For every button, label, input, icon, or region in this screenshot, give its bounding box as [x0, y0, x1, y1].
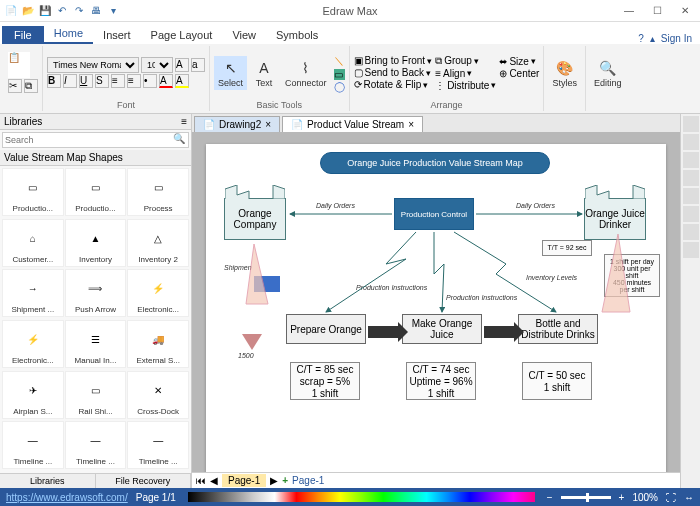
rect-tool-icon[interactable]: ▭ — [334, 69, 345, 80]
qat-open-icon[interactable]: 📂 — [21, 4, 35, 18]
underline-icon[interactable]: U — [79, 74, 93, 88]
italic-icon[interactable]: I — [63, 74, 77, 88]
zoom-slider[interactable] — [561, 496, 611, 499]
group-icon[interactable]: ⧉ — [435, 55, 442, 67]
qat-save-icon[interactable]: 💾 — [38, 4, 52, 18]
shape-item[interactable]: ▭Process — [127, 168, 189, 216]
page-nav-first-icon[interactable]: ⏮ — [196, 475, 206, 486]
rt-fill-icon[interactable] — [683, 116, 699, 132]
customer-node[interactable]: Orange Juice Drinker — [584, 198, 646, 240]
font-decrease-icon[interactable]: a — [191, 58, 205, 72]
canvas-viewport[interactable]: Orange Juice Production Value Stream Map… — [192, 132, 680, 472]
tab-view[interactable]: View — [222, 26, 266, 44]
shape-item[interactable]: ✕Cross-Dock — [127, 371, 189, 419]
color-palette-bar[interactable] — [188, 492, 535, 502]
size-icon[interactable]: ⬌ — [499, 56, 507, 67]
strike-icon[interactable]: S — [95, 74, 109, 88]
close-tab-icon[interactable]: × — [408, 119, 414, 130]
shape-item[interactable]: ✈Airplan S... — [2, 371, 64, 419]
fit-page-icon[interactable]: ⛶ — [666, 492, 676, 503]
distribute-icon[interactable]: ⋮ — [435, 80, 445, 91]
rt-theme-icon[interactable] — [683, 170, 699, 186]
rt-help-icon[interactable] — [683, 242, 699, 258]
highlight-icon[interactable]: A — [175, 74, 189, 88]
page-nav-next-icon[interactable]: ▶ — [270, 475, 278, 486]
shape-item[interactable]: ▭Productio... — [2, 168, 64, 216]
zoom-out-icon[interactable]: − — [547, 492, 553, 503]
bullets-icon[interactable]: • — [143, 74, 157, 88]
styles-button[interactable]: 🎨Styles — [548, 56, 581, 90]
shift-note[interactable]: 1 shift per day 300 unit per shift 450 m… — [604, 254, 660, 297]
send-back-icon[interactable]: ▢ — [354, 67, 363, 78]
rt-comment-icon[interactable] — [683, 224, 699, 240]
close-button[interactable]: ✕ — [672, 2, 698, 20]
select-tool[interactable]: ↖Select — [214, 56, 247, 90]
align-icon[interactable]: ≡ — [435, 68, 441, 79]
ellipse-tool-icon[interactable]: ◯ — [334, 81, 345, 92]
shape-item[interactable]: ⚡Electronic... — [2, 320, 64, 368]
shape-item[interactable]: ☰Manual In... — [65, 320, 127, 368]
tab-libraries[interactable]: Libraries — [0, 474, 96, 488]
tab-symbols[interactable]: Symbols — [266, 26, 328, 44]
qat-dropdown-icon[interactable]: ▾ — [106, 4, 120, 18]
tab-insert[interactable]: Insert — [93, 26, 141, 44]
sidebar-menu-icon[interactable]: ≡ — [181, 116, 187, 127]
editing-button[interactable]: 🔍Editing — [590, 56, 626, 90]
qat-undo-icon[interactable]: ↶ — [55, 4, 69, 18]
shape-item[interactable]: —Timeline ... — [2, 421, 64, 469]
process-3[interactable]: Bottle and Distribute Drinks — [518, 314, 598, 344]
shape-item[interactable]: ▭Rail Shi... — [65, 371, 127, 419]
rt-layer-icon[interactable] — [683, 188, 699, 204]
close-tab-icon[interactable]: × — [265, 119, 271, 130]
file-tab[interactable]: File — [2, 26, 44, 44]
shape-item[interactable]: 🚚External S... — [127, 320, 189, 368]
shape-item[interactable]: ⟹Push Arrow — [65, 269, 127, 317]
data-box-3[interactable]: C/T = 50 sec1 shift — [522, 362, 592, 400]
truck-icon[interactable] — [254, 276, 280, 292]
qat-redo-icon[interactable]: ↷ — [72, 4, 86, 18]
center-icon[interactable]: ⊕ — [499, 68, 507, 79]
page-tab-dup[interactable]: Page-1 — [292, 475, 324, 486]
qat-print-icon[interactable]: 🖶 — [89, 4, 103, 18]
minimize-button[interactable]: — — [616, 2, 642, 20]
zoom-in-icon[interactable]: + — [619, 492, 625, 503]
qat-new-icon[interactable]: 📄 — [4, 4, 18, 18]
help-icon[interactable]: ? — [638, 33, 644, 44]
shape-item[interactable]: —Timeline ... — [127, 421, 189, 469]
rt-line-icon[interactable] — [683, 134, 699, 150]
inventory-1[interactable] — [242, 334, 262, 350]
doc-tab-1[interactable]: 📄Product Value Stream× — [282, 116, 423, 132]
data-box-2[interactable]: C/T = 74 secUptime = 96%1 shift — [406, 362, 476, 400]
copy-icon[interactable]: ⧉ — [24, 79, 38, 93]
fit-width-icon[interactable]: ↔ — [684, 492, 694, 503]
shape-item[interactable]: →Shipment ... — [2, 269, 64, 317]
page-tab-1[interactable]: Page-1 — [222, 474, 266, 487]
sign-in-link[interactable]: Sign In — [661, 33, 692, 44]
process-1[interactable]: Prepare Orange — [286, 314, 366, 344]
doc-tab-0[interactable]: 📄Drawing2× — [194, 116, 280, 132]
collapse-ribbon-icon[interactable]: ▴ — [650, 33, 655, 44]
takt-time-note[interactable]: T/T = 92 sec — [542, 240, 592, 256]
data-box-1[interactable]: C/T = 85 secscrap = 5%1 shift — [290, 362, 360, 400]
font-color-icon[interactable]: A — [159, 74, 173, 88]
font-increase-icon[interactable]: A — [175, 58, 189, 72]
tab-file-recovery[interactable]: File Recovery — [96, 474, 192, 488]
paste-icon[interactable]: 📋 — [8, 52, 30, 78]
align-center-icon[interactable]: ≡ — [127, 74, 141, 88]
supplier-node[interactable]: Orange Company — [224, 198, 286, 240]
align-left-icon[interactable]: ≡ — [111, 74, 125, 88]
page-nav-prev-icon[interactable]: ◀ — [210, 475, 218, 486]
font-size-select[interactable]: 10 — [141, 57, 173, 73]
shape-item[interactable]: ⚡Electronic... — [127, 269, 189, 317]
line-tool-icon[interactable]: ＼ — [334, 54, 345, 68]
rt-shadow-icon[interactable] — [683, 152, 699, 168]
font-family-select[interactable]: Times New Roman — [47, 57, 139, 73]
production-control-node[interactable]: Production Control — [394, 198, 474, 230]
connector-tool[interactable]: ⌇Connector — [281, 56, 331, 90]
drawing-page[interactable]: Orange Juice Production Value Stream Map… — [206, 144, 666, 472]
shape-item[interactable]: ▲Inventory — [65, 219, 127, 267]
bring-front-icon[interactable]: ▣ — [354, 55, 363, 66]
shape-item[interactable]: △Inventory 2 — [127, 219, 189, 267]
search-icon[interactable]: 🔍 — [173, 133, 185, 144]
cut-icon[interactable]: ✂ — [8, 79, 22, 93]
